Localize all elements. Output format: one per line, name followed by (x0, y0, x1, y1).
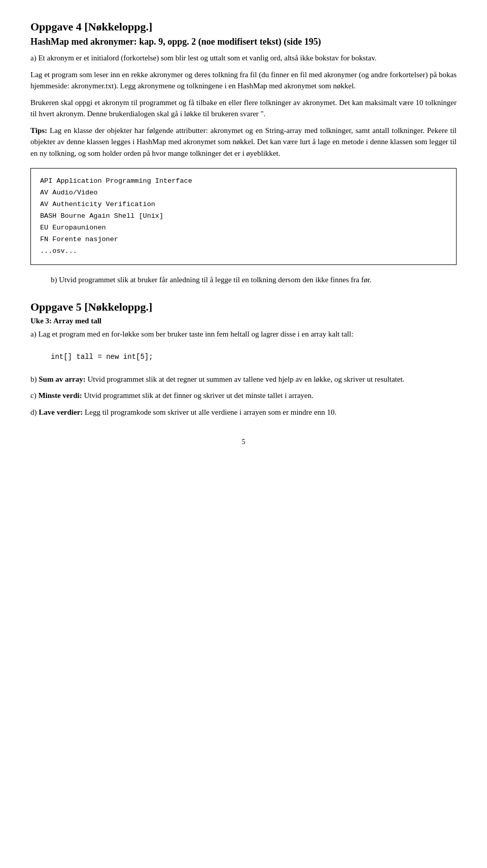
oppgave5-part-a-text: a) Lag et program med en for-løkke som b… (30, 328, 457, 340)
oppgave5-part-d-text: d) Lave verdier: Legg til programkode so… (30, 407, 457, 418)
code-line2: AV Audio/Video (40, 187, 447, 199)
code-line6: FN Forente nasjoner (40, 234, 447, 246)
part-b-bold: Sum av array: (39, 375, 86, 383)
oppgave4-title: Oppgave 4 [Nøkkeloppg.] (30, 20, 457, 34)
code-line7: ...osv... (40, 246, 447, 257)
part-c-label: c) (30, 391, 37, 399)
oppgave4-part-b: b) Utvid programmet slik at bruker får a… (51, 274, 457, 286)
code-a: int[] tall = new int[5]; (51, 351, 436, 362)
part-c-bold: Minste verdi: (38, 391, 82, 399)
acronym-code-box: API Application Programming Interface AV… (30, 168, 457, 265)
part-d-bold: Lave verdier: (39, 408, 83, 416)
oppgave4-para1: a) Et akronym er et initialord (forkorte… (30, 52, 457, 64)
part-a-main-text: Lag et program med en for-løkke som ber … (38, 330, 353, 338)
code-line4: BASH Bourne Again Shell [Unix] (40, 211, 447, 222)
oppgave5-part-c-text: c) Minste verdi: Utvid programmet slik a… (30, 390, 457, 402)
part-d-rest: Legg til programkode som skriver ut alle… (83, 408, 336, 416)
oppgave4-block: Oppgave 4 [Nøkkeloppg.] HashMap med akro… (30, 20, 457, 285)
code-line5: EU Europaunionen (40, 222, 447, 234)
oppgave4-para2: Lag et program som leser inn en rekke ak… (30, 69, 457, 92)
oppgave5-block: Oppgave 5 [Nøkkeloppg.] Uke 3: Array med… (30, 301, 457, 418)
code-line3: AV Authenticity Verification (40, 199, 447, 211)
tips-bold-label: Tips: (30, 126, 47, 135)
oppgave5-part-b-text: b) Sum av array: Utvid programmet slik a… (30, 374, 457, 385)
part-a-label: a) (30, 330, 37, 338)
page-number: 5 (30, 438, 457, 446)
oppgave5-title: Oppgave 5 [Nøkkeloppg.] (30, 301, 457, 314)
tips-text: Lag en klasse der objekter har følgende … (30, 126, 457, 157)
oppgave4-para3: Brukeren skal oppgi et akronym til progr… (30, 97, 457, 120)
part-c-rest: Utvid programmet slik at det finner og s… (82, 391, 314, 399)
part-d-label: d) (30, 408, 37, 416)
oppgave4-para4: Tips: Lag en klasse der objekter har føl… (30, 125, 457, 159)
oppgave4-subtitle: HashMap med akronymer: kap. 9, oppg. 2 (… (30, 37, 457, 47)
part-b-label: b) (30, 375, 37, 383)
code-line1: API Application Programming Interface (40, 176, 447, 187)
oppgave5-subtitle: Uke 3: Array med tall (30, 317, 457, 325)
part-b-rest: Utvid programmet slik at det regner ut s… (86, 375, 405, 383)
